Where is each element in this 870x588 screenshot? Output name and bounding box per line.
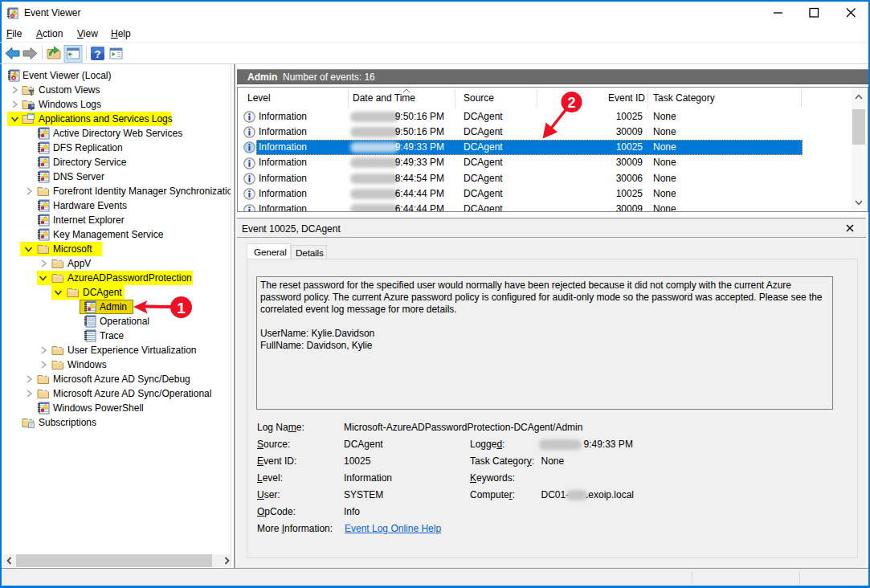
svg-text:?: ? xyxy=(95,48,101,60)
